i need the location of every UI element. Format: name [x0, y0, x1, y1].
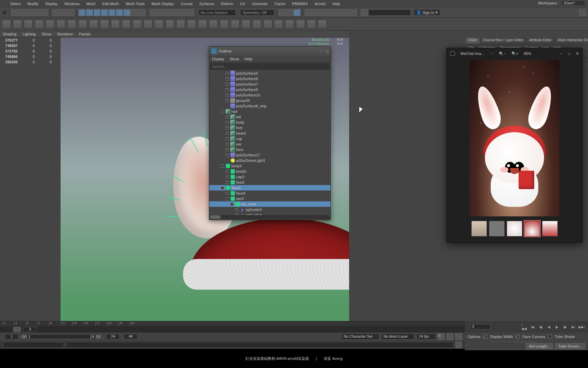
go-end-icon[interactable]: ▶▶| [578, 324, 585, 329]
shelf-icon-27[interactable] [296, 20, 305, 29]
gallery-icon[interactable] [450, 51, 455, 56]
expand-icon[interactable]: + [226, 175, 229, 179]
time-slider[interactable]: 1357911131517192123 3 [0, 321, 465, 333]
select-icon[interactable] [52, 9, 59, 16]
range-end[interactable]: 24 [106, 334, 120, 339]
shelf-icon-8[interactable] [89, 20, 98, 29]
snap-center-icon[interactable] [116, 9, 123, 16]
shelf-icon-15[interactable] [165, 20, 174, 29]
expand-icon[interactable]: + [226, 72, 229, 75]
menu-generate[interactable]: Generate [249, 2, 271, 6]
outliner-item-face4[interactable]: +face4 [209, 190, 330, 196]
more-icon[interactable]: ⋯ [490, 51, 493, 56]
outliner-item-beard[interactable]: +beard [209, 131, 330, 136]
menu-pbrmax[interactable]: PBRMAX [289, 2, 311, 6]
imgview-canvas[interactable] [447, 59, 582, 218]
thumb-4[interactable] [524, 221, 540, 236]
time-current-block[interactable] [13, 327, 21, 332]
snap-curve-icon[interactable] [86, 9, 93, 16]
tab-attribute-editor[interactable]: Attribute Editor [526, 37, 555, 44]
thumb-3[interactable] [507, 221, 522, 236]
search-field[interactable] [369, 10, 411, 16]
menu-surfaces[interactable]: Surfaces [196, 2, 217, 6]
outliner-tree[interactable]: +polySurface5+polySurface6+polySurface7+… [209, 71, 330, 217]
step-back-icon[interactable]: ◀| [538, 324, 544, 329]
menu-help[interactable]: Help [329, 2, 344, 6]
viewcube1-icon[interactable] [279, 9, 285, 16]
ol-menu-help[interactable]: Help [245, 57, 252, 61]
outliner-window[interactable]: Outliner − □ DisplayShowHelp +polySurfac… [209, 46, 331, 220]
outliner-item-polySurface8_orig[interactable]: polySurface8_orig [209, 103, 330, 109]
shelf-icon-2[interactable] [24, 20, 33, 29]
outliner-item-polySurface9[interactable]: +polySurface9 [209, 87, 330, 92]
undo-icon[interactable] [34, 9, 40, 16]
history-icon[interactable] [150, 9, 157, 16]
expand-icon[interactable]: + [226, 143, 229, 146]
thumb-1[interactable] [471, 221, 487, 236]
outliner-item-body5[interactable]: +body5 [209, 169, 330, 174]
shelf-icon-9[interactable] [100, 20, 109, 29]
shelf-icon-3[interactable] [35, 20, 44, 29]
menu-mesh-display[interactable]: Mesh Display [148, 2, 177, 6]
ipr-icon[interactable] [312, 9, 319, 16]
shelf-icon-5[interactable] [56, 20, 65, 29]
outliner-item-face[interactable]: +face [209, 147, 330, 152]
ol-menu-show[interactable]: Show [230, 57, 239, 61]
shelf-icon-24[interactable] [263, 20, 272, 29]
ol-menu-display[interactable]: Display [212, 57, 224, 61]
mode-dropdown[interactable] [2, 10, 7, 15]
expand-icon[interactable]: + [226, 154, 229, 157]
tube-shade-check[interactable] [548, 335, 552, 339]
thumb-5[interactable] [542, 221, 558, 236]
outliner-item-ear_ear4[interactable]: -ear_ear4 [209, 201, 330, 207]
outliner-item-polySurface10[interactable]: +polySurface10 [209, 92, 330, 98]
shelf-icon-11[interactable] [122, 20, 131, 29]
new-scene-icon[interactable] [11, 9, 18, 16]
lasso-icon[interactable] [60, 9, 67, 16]
vp-menu-shading[interactable]: Shading [3, 32, 16, 36]
outliner-item-cap3[interactable]: +cap3 [209, 174, 330, 180]
shelf-icon-23[interactable] [252, 20, 261, 29]
render-icon[interactable] [305, 9, 312, 16]
outliner-search-input[interactable] [212, 64, 328, 68]
snap-grid-icon[interactable] [79, 9, 85, 16]
tab-xgen[interactable]: XGen [466, 37, 480, 44]
maximize-icon[interactable]: □ [568, 51, 570, 56]
time-end-field[interactable]: 3 [470, 324, 491, 329]
step-fwd-icon[interactable]: |▶ [562, 324, 568, 329]
live-object-icon[interactable] [138, 9, 145, 16]
shelf-icon-12[interactable] [133, 20, 142, 29]
pause-icon[interactable] [350, 9, 357, 16]
shelf-icon-19[interactable] [209, 20, 218, 29]
face-camera-check[interactable] [516, 335, 520, 339]
vp-menu-panels[interactable]: Panels [79, 32, 91, 36]
vp-menu-renderer[interactable]: Renderer [57, 32, 73, 36]
snap-point-icon[interactable] [94, 9, 100, 16]
shelf-icon-6[interactable] [67, 20, 76, 29]
display-width-check[interactable] [483, 335, 487, 339]
zoom-out-icon[interactable]: 🔍− [499, 51, 506, 56]
reset-icon[interactable] [187, 9, 194, 16]
render-view-icon[interactable] [327, 9, 334, 16]
workspace-dropdown[interactable]: XGen* [561, 0, 585, 6]
delete-icon[interactable] [172, 9, 179, 16]
shelf-icon-17[interactable] [187, 20, 196, 29]
menu-modify[interactable]: Modify [24, 2, 42, 6]
save-scene-icon[interactable] [26, 9, 33, 16]
outliner-item-body4[interactable]: -body4 [209, 163, 330, 169]
outliner-titlebar[interactable]: Outliner − □ [209, 47, 330, 56]
range-slider[interactable]: 124 [20, 334, 102, 339]
set-length-button[interactable]: Set Length... [526, 343, 553, 349]
tube-groom-button[interactable]: Tube Groom... [555, 343, 585, 349]
outliner-hscroll[interactable] [210, 215, 330, 219]
outliner-item-face3[interactable]: -face3 [209, 185, 330, 190]
range-start[interactable]: 1 [5, 334, 18, 339]
magnet-icon[interactable] [131, 9, 138, 16]
render-settings-icon[interactable] [320, 9, 327, 16]
tab-channel-box-layer-editor[interactable]: Channel Box / Layer Editor [480, 37, 527, 44]
anim-layer-dropdown[interactable]: No Anim Layer [381, 334, 414, 340]
expand-icon[interactable]: + [226, 192, 229, 195]
shelf-icon-22[interactable] [242, 20, 250, 29]
shelf-icon-29[interactable] [318, 20, 327, 29]
snap-view-icon[interactable] [109, 9, 115, 16]
